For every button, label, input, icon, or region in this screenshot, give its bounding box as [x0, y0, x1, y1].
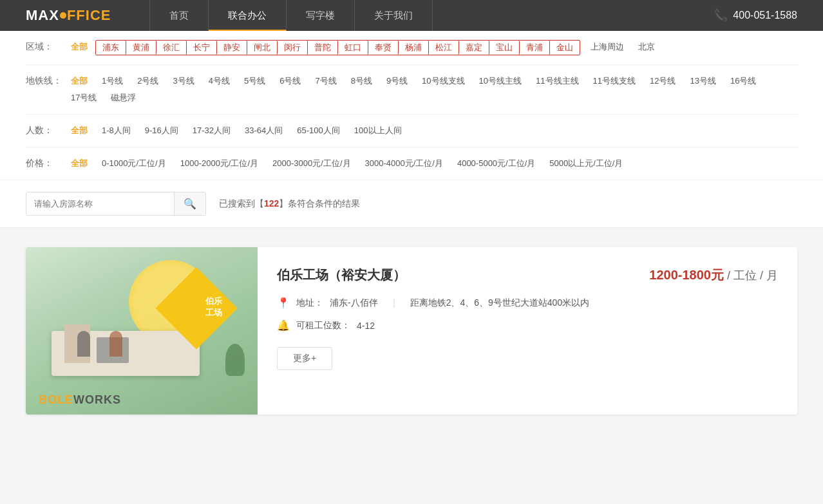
region-jinshan[interactable]: 金山 — [550, 41, 580, 55]
region-shanghai-surrounding[interactable]: 上海周边 — [584, 40, 630, 55]
listing-price-unit: / 工位 / 月 — [727, 269, 778, 282]
search-result: 已搜索到【122】条符合条件的结果 — [219, 198, 360, 210]
metro-line16[interactable]: 16号线 — [724, 74, 762, 88]
workstations-value: 4-12 — [357, 321, 375, 331]
location-icon: 📍 — [277, 297, 290, 309]
people-33-64[interactable]: 33-64人间 — [238, 124, 289, 138]
logo-dot — [60, 12, 66, 19]
search-box: 🔍 — [26, 192, 206, 216]
metro-line8[interactable]: 8号线 — [345, 74, 379, 88]
metro-line7[interactable]: 7号线 — [308, 74, 343, 88]
metro-line9[interactable]: 9号线 — [380, 74, 414, 88]
price-0-1000[interactable]: 0-1000元/工位/月 — [95, 156, 173, 171]
region-items: 全部 浦东 黄浦 徐汇 长宁 静安 闸北 闵行 普陀 虹口 奉贤 杨浦 松江 嘉… — [64, 40, 797, 55]
search-input[interactable] — [26, 194, 174, 214]
region-xuhui[interactable]: 徐汇 — [156, 41, 187, 55]
people-all[interactable]: 全部 — [64, 124, 94, 138]
search-button[interactable]: 🔍 — [174, 192, 205, 215]
people-items: 全部 1-8人间 9-16人间 17-32人间 33-64人间 65-100人间… — [64, 124, 797, 138]
region-zhabei[interactable]: 闸北 — [247, 41, 278, 55]
region-filter-row: 区域： 全部 浦东 黄浦 徐汇 长宁 静安 闸北 闵行 普陀 虹口 奉贤 杨浦 … — [26, 31, 797, 65]
price-5000plus[interactable]: 5000以上元/工位/月 — [543, 156, 629, 171]
price-items: 全部 0-1000元/工位/月 1000-2000元/工位/月 2000-300… — [64, 156, 797, 171]
price-3000-4000[interactable]: 3000-4000元/工位/月 — [359, 156, 449, 171]
region-huangpu[interactable]: 黄浦 — [126, 41, 156, 55]
metro-filter-row: 地铁线： 全部 1号线 2号线 3号线 4号线 5号线 6号线 7号线 8号线 … — [26, 65, 797, 115]
people-17-32[interactable]: 17-32人间 — [186, 124, 237, 138]
metro-line13[interactable]: 13号线 — [683, 74, 722, 88]
people-100plus[interactable]: 100以上人间 — [348, 124, 408, 138]
metro-label: 地铁线： — [26, 74, 64, 87]
metro-all[interactable]: 全部 — [64, 74, 94, 88]
people-filter-row: 人数： 全部 1-8人间 9-16人间 17-32人间 33-64人间 65-1… — [26, 115, 797, 147]
nav-about[interactable]: 关于我们 — [355, 0, 433, 31]
search-area: 🔍 已搜索到【122】条符合条件的结果 — [0, 180, 823, 228]
listing-header: 伯乐工场（裕安大厦） 1200-1800元 / 工位 / 月 — [277, 266, 778, 284]
listing-card: 伯乐工场 BOLEWORKS 伯乐工场（裕安大厦） 1200- — [26, 247, 797, 415]
metro-line4[interactable]: 4号线 — [202, 74, 236, 88]
metro-line10-main[interactable]: 10号线主线 — [473, 74, 528, 88]
phone-icon: 📞 — [714, 8, 728, 23]
nav-menu: 首页 联合办公 写字楼 关于我们 — [149, 0, 714, 31]
workstations-label: 可租工位数： — [296, 320, 350, 331]
metro-line10-branch[interactable]: 10号线支线 — [415, 74, 471, 88]
price-filter-row: 价格： 全部 0-1000元/工位/月 1000-2000元/工位/月 2000… — [26, 147, 797, 180]
filter-area: 区域： 全部 浦东 黄浦 徐汇 长宁 静安 闸北 闵行 普陀 虹口 奉贤 杨浦 … — [0, 31, 823, 180]
workstation-icon: 🔔 — [277, 319, 290, 331]
address-label: 地址： — [296, 297, 323, 309]
price-2000-3000[interactable]: 2000-3000元/工位/月 — [266, 156, 357, 171]
region-fengxian[interactable]: 奉贤 — [368, 41, 399, 55]
price-label: 价格： — [26, 156, 64, 169]
region-beijing[interactable]: 北京 — [632, 40, 661, 55]
region-jiading[interactable]: 嘉定 — [459, 41, 489, 55]
address-value: 浦东-八佰伴 — [330, 297, 378, 309]
metro-line12[interactable]: 12号线 — [643, 74, 682, 88]
phone-number: 📞 400-051-1588 — [714, 8, 797, 23]
region-changning[interactable]: 长宁 — [187, 41, 217, 55]
nav-coworking[interactable]: 联合办公 — [209, 0, 287, 31]
listing-info: 伯乐工场（裕安大厦） 1200-1800元 / 工位 / 月 📍 地址： 浦东-… — [258, 247, 797, 415]
people-65-100[interactable]: 65-100人间 — [290, 124, 346, 138]
metro-line1[interactable]: 1号线 — [95, 74, 129, 88]
metro-line6[interactable]: 6号线 — [273, 74, 307, 88]
metro-maglev[interactable]: 磁悬浮 — [104, 91, 142, 105]
boleworks-image: 伯乐工场 BOLEWORKS — [26, 247, 258, 415]
metro-line11-main[interactable]: 11号线主线 — [529, 74, 585, 88]
region-selected-group: 浦东 黄浦 徐汇 长宁 静安 闸北 闵行 普陀 虹口 奉贤 杨浦 松江 嘉定 宝… — [95, 40, 580, 55]
metro-line5[interactable]: 5号线 — [238, 74, 272, 88]
logo-office: FFICE — [67, 7, 111, 24]
price-4000-5000[interactable]: 4000-5000元/工位/月 — [451, 156, 542, 171]
region-minhang[interactable]: 闵行 — [278, 41, 308, 55]
region-pudong[interactable]: 浦东 — [96, 41, 126, 55]
result-prefix: 已搜索到【 — [219, 198, 264, 209]
listing-image: 伯乐工场 BOLEWORKS — [26, 247, 258, 415]
phone-text: 400-051-1588 — [733, 10, 797, 21]
region-baoshan[interactable]: 宝山 — [489, 41, 520, 55]
region-songjiang[interactable]: 松江 — [429, 41, 459, 55]
price-1000-2000[interactable]: 1000-2000元/工位/月 — [174, 156, 265, 171]
region-all[interactable]: 全部 — [64, 40, 94, 55]
region-hongkou[interactable]: 虹口 — [338, 41, 368, 55]
people-9-16[interactable]: 9-16人间 — [138, 124, 185, 138]
logo[interactable]: MAXFFICE — [26, 7, 111, 24]
workstations-row: 🔔 可租工位数： 4-12 — [277, 319, 778, 331]
address-row: 📍 地址： 浦东-八佰伴 ｜ 距离地铁2、4、6、9号世纪大道站400米以内 — [277, 297, 778, 309]
nav-office[interactable]: 写字楼 — [287, 0, 355, 31]
listing-price-num: 1200-1800元 — [649, 268, 724, 282]
metro-line11-branch[interactable]: 11号线支线 — [587, 74, 642, 88]
logo-max: MAX — [26, 7, 59, 24]
price-all[interactable]: 全部 — [64, 156, 94, 171]
region-label: 区域： — [26, 40, 64, 53]
people-1-8[interactable]: 1-8人间 — [95, 124, 137, 138]
region-putuo[interactable]: 普陀 — [308, 41, 338, 55]
region-yangpu[interactable]: 杨浦 — [399, 41, 429, 55]
region-jingan[interactable]: 静安 — [217, 41, 247, 55]
nav-home[interactable]: 首页 — [149, 0, 209, 31]
metro-info: 距离地铁2、4、6、9号世纪大道站400米以内 — [410, 297, 590, 309]
region-qingpu[interactable]: 青浦 — [520, 41, 550, 55]
listing-price: 1200-1800元 / 工位 / 月 — [649, 266, 778, 284]
metro-line2[interactable]: 2号线 — [131, 74, 165, 88]
more-button[interactable]: 更多+ — [277, 347, 332, 370]
metro-line3[interactable]: 3号线 — [166, 74, 200, 88]
metro-line17[interactable]: 17号线 — [64, 91, 103, 105]
